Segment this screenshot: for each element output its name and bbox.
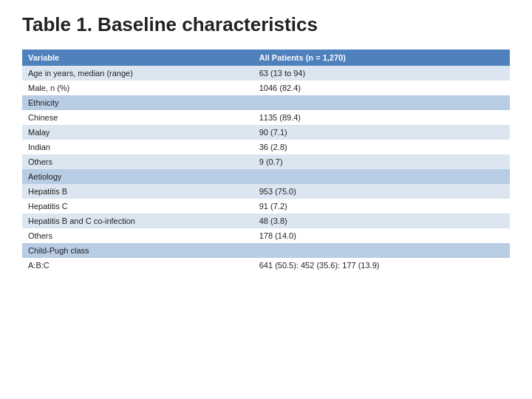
cell-value — [253, 169, 510, 184]
cell-value: 641 (50.5): 452 (35.6): 177 (13.9) — [253, 258, 510, 273]
table-row: Others9 (0.7) — [22, 154, 510, 169]
table-row: Male, n (%)1046 (82.4) — [22, 81, 510, 95]
table-row: Malay90 (7.1) — [22, 125, 510, 140]
cell-variable: Malay — [22, 125, 253, 140]
cell-variable: Child-Pugh class — [22, 243, 253, 258]
table-row: Hepatitis C91 (7.2) — [22, 199, 510, 214]
cell-value: 36 (2.8) — [253, 140, 510, 154]
cell-variable: A:B:C — [22, 258, 253, 273]
table-row: Hepatitis B and C co-infection48 (3.8) — [22, 214, 510, 228]
cell-value: 9 (0.7) — [253, 154, 510, 169]
table-row: Child-Pugh class — [22, 243, 510, 258]
col-header-variable: Variable — [22, 50, 253, 66]
table-row: Hepatitis B953 (75.0) — [22, 184, 510, 199]
table-row: A:B:C641 (50.5): 452 (35.6): 177 (13.9) — [22, 258, 510, 273]
cell-variable: Hepatitis B — [22, 184, 253, 199]
cell-variable: Indian — [22, 140, 253, 154]
page: Table 1. Baseline characteristics Variab… — [0, 0, 532, 399]
table-header-row: Variable All Patients (n = 1,270) — [22, 50, 510, 66]
page-title: Table 1. Baseline characteristics — [22, 13, 510, 36]
table-row: Aetiology — [22, 169, 510, 184]
cell-variable: Hepatitis B and C co-infection — [22, 214, 253, 228]
col-header-patients: All Patients (n = 1,270) — [253, 50, 510, 66]
cell-value: 1135 (89.4) — [253, 110, 510, 125]
cell-value: 63 (13 to 94) — [253, 66, 510, 81]
table-row: Indian36 (2.8) — [22, 140, 510, 154]
cell-variable: Aetiology — [22, 169, 253, 184]
cell-value: 1046 (82.4) — [253, 81, 510, 95]
cell-value: 178 (14.0) — [253, 228, 510, 243]
cell-value: 90 (7.1) — [253, 125, 510, 140]
cell-variable: Others — [22, 228, 253, 243]
cell-value: 91 (7.2) — [253, 199, 510, 214]
cell-value: 48 (3.8) — [253, 214, 510, 228]
cell-value: 953 (75.0) — [253, 184, 510, 199]
baseline-table: Variable All Patients (n = 1,270) Age in… — [22, 50, 510, 273]
table-container: Variable All Patients (n = 1,270) Age in… — [22, 50, 510, 273]
table-row: Others178 (14.0) — [22, 228, 510, 243]
cell-variable: Others — [22, 154, 253, 169]
table-row: Age in years, median (range)63 (13 to 94… — [22, 66, 510, 81]
table-row: Chinese1135 (89.4) — [22, 110, 510, 125]
table-row: Ethnicity — [22, 95, 510, 110]
cell-variable: Chinese — [22, 110, 253, 125]
cell-variable: Ethnicity — [22, 95, 253, 110]
cell-variable: Age in years, median (range) — [22, 66, 253, 81]
cell-variable: Male, n (%) — [22, 81, 253, 95]
cell-value — [253, 243, 510, 258]
cell-value — [253, 95, 510, 110]
cell-variable: Hepatitis C — [22, 199, 253, 214]
